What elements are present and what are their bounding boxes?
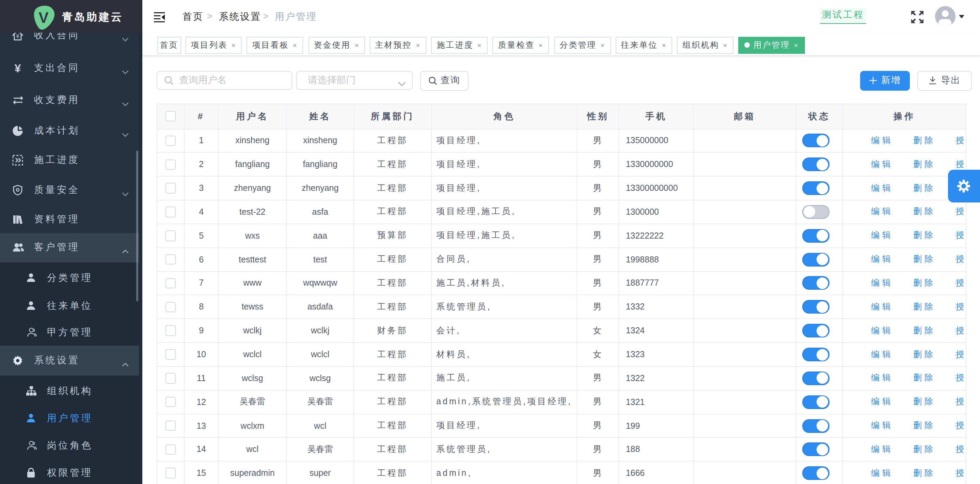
svg-text:V: V <box>38 9 48 26</box>
svg-text:¥: ¥ <box>16 34 19 39</box>
svg-text:¥: ¥ <box>14 63 21 73</box>
